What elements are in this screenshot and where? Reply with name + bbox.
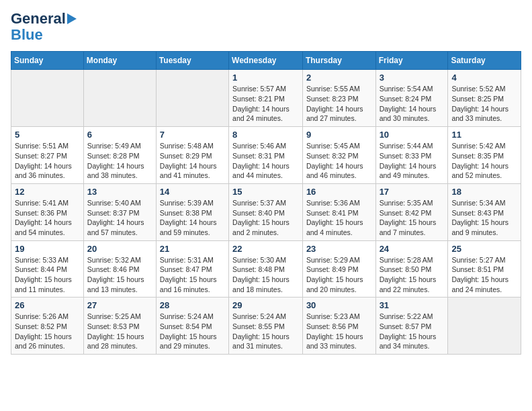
weekday-header-wednesday: Wednesday [229,52,303,70]
day-number: 26 [15,300,80,310]
day-number: 21 [160,244,225,254]
day-number: 22 [232,244,299,254]
day-number: 5 [15,130,80,140]
calendar-cell: 30Sunrise: 5:23 AM Sunset: 8:56 PM Dayli… [302,298,375,355]
logo-arrow-icon [67,13,77,24]
weekday-header-saturday: Saturday [448,52,521,70]
day-info: Sunrise: 5:22 AM Sunset: 8:57 PM Dayligh… [380,312,445,351]
day-info: Sunrise: 5:40 AM Sunset: 8:37 PM Dayligh… [87,198,152,238]
logo-text-general: General [11,11,66,27]
calendar-cell: 2Sunrise: 5:55 AM Sunset: 8:23 PM Daylig… [302,70,375,127]
calendar-cell: 23Sunrise: 5:29 AM Sunset: 8:49 PM Dayli… [302,240,375,298]
day-number: 16 [306,187,372,197]
logo-text-blue: Blue [11,27,43,43]
day-number: 20 [87,244,152,254]
day-info: Sunrise: 5:32 AM Sunset: 8:46 PM Dayligh… [87,255,152,295]
calendar-cell: 19Sunrise: 5:33 AM Sunset: 8:44 PM Dayli… [11,240,84,298]
day-number: 2 [306,73,372,83]
calendar-cell: 7Sunrise: 5:48 AM Sunset: 8:29 PM Daylig… [156,127,228,184]
day-info: Sunrise: 5:36 AM Sunset: 8:41 PM Dayligh… [306,198,372,238]
day-number: 7 [160,130,225,140]
day-info: Sunrise: 5:52 AM Sunset: 8:25 PM Dayligh… [451,84,517,124]
weekday-header-thursday: Thursday [302,52,375,70]
calendar-table: SundayMondayTuesdayWednesdayThursdayFrid… [11,51,521,355]
calendar-cell: 25Sunrise: 5:27 AM Sunset: 8:51 PM Dayli… [448,240,521,298]
calendar-cell [83,70,156,127]
day-info: Sunrise: 5:41 AM Sunset: 8:36 PM Dayligh… [15,198,80,238]
day-number: 6 [87,130,152,140]
day-info: Sunrise: 5:24 AM Sunset: 8:54 PM Dayligh… [160,312,225,351]
day-info: Sunrise: 5:33 AM Sunset: 8:44 PM Dayligh… [15,255,80,295]
day-number: 28 [160,300,225,310]
day-info: Sunrise: 5:42 AM Sunset: 8:35 PM Dayligh… [451,141,517,181]
calendar-cell: 17Sunrise: 5:35 AM Sunset: 8:42 PM Dayli… [375,183,448,240]
day-number: 23 [306,244,372,254]
day-info: Sunrise: 5:51 AM Sunset: 8:27 PM Dayligh… [15,141,80,181]
weekday-header-friday: Friday [375,52,448,70]
day-number: 15 [232,187,299,197]
calendar-cell: 15Sunrise: 5:37 AM Sunset: 8:40 PM Dayli… [229,183,303,240]
calendar-cell: 21Sunrise: 5:31 AM Sunset: 8:47 PM Dayli… [156,240,228,298]
calendar-cell: 29Sunrise: 5:24 AM Sunset: 8:55 PM Dayli… [229,298,303,355]
calendar-cell [156,70,228,127]
calendar-cell [11,70,84,127]
calendar-cell: 3Sunrise: 5:54 AM Sunset: 8:24 PM Daylig… [375,70,448,127]
day-info: Sunrise: 5:57 AM Sunset: 8:21 PM Dayligh… [232,84,299,124]
day-info: Sunrise: 5:54 AM Sunset: 8:24 PM Dayligh… [380,84,445,124]
day-number: 4 [451,73,517,83]
calendar-cell [448,298,521,355]
day-info: Sunrise: 5:46 AM Sunset: 8:31 PM Dayligh… [232,141,299,181]
day-number: 27 [87,300,152,310]
day-info: Sunrise: 5:49 AM Sunset: 8:28 PM Dayligh… [87,141,152,181]
calendar-cell: 24Sunrise: 5:28 AM Sunset: 8:50 PM Dayli… [375,240,448,298]
day-info: Sunrise: 5:37 AM Sunset: 8:40 PM Dayligh… [232,198,299,238]
day-info: Sunrise: 5:44 AM Sunset: 8:33 PM Dayligh… [380,141,445,181]
day-info: Sunrise: 5:28 AM Sunset: 8:50 PM Dayligh… [380,255,445,295]
day-info: Sunrise: 5:45 AM Sunset: 8:32 PM Dayligh… [306,141,372,181]
day-number: 17 [380,187,445,197]
calendar-cell: 26Sunrise: 5:26 AM Sunset: 8:52 PM Dayli… [11,298,84,355]
calendar-cell: 13Sunrise: 5:40 AM Sunset: 8:37 PM Dayli… [83,183,156,240]
day-number: 29 [232,300,299,310]
calendar-cell: 5Sunrise: 5:51 AM Sunset: 8:27 PM Daylig… [11,127,84,184]
calendar-cell: 14Sunrise: 5:39 AM Sunset: 8:38 PM Dayli… [156,183,228,240]
day-number: 19 [15,244,80,254]
weekday-header-sunday: Sunday [11,52,84,70]
day-number: 11 [451,130,517,140]
calendar-week-5: 26Sunrise: 5:26 AM Sunset: 8:52 PM Dayli… [11,298,521,355]
calendar-cell: 10Sunrise: 5:44 AM Sunset: 8:33 PM Dayli… [375,127,448,184]
day-number: 25 [451,244,517,254]
day-number: 12 [15,187,80,197]
day-info: Sunrise: 5:27 AM Sunset: 8:51 PM Dayligh… [451,255,517,295]
calendar-cell: 9Sunrise: 5:45 AM Sunset: 8:32 PM Daylig… [302,127,375,184]
day-number: 24 [380,244,445,254]
day-number: 1 [232,73,299,83]
weekday-header-monday: Monday [83,52,156,70]
day-info: Sunrise: 5:26 AM Sunset: 8:52 PM Dayligh… [15,312,80,351]
calendar-header-row: SundayMondayTuesdayWednesdayThursdayFrid… [11,52,521,70]
calendar-cell: 4Sunrise: 5:52 AM Sunset: 8:25 PM Daylig… [448,70,521,127]
day-number: 31 [380,300,445,310]
calendar-cell: 27Sunrise: 5:25 AM Sunset: 8:53 PM Dayli… [83,298,156,355]
day-info: Sunrise: 5:34 AM Sunset: 8:43 PM Dayligh… [451,198,517,238]
day-number: 30 [306,300,372,310]
day-number: 14 [160,187,225,197]
calendar-cell: 22Sunrise: 5:30 AM Sunset: 8:48 PM Dayli… [229,240,303,298]
calendar-cell: 6Sunrise: 5:49 AM Sunset: 8:28 PM Daylig… [83,127,156,184]
day-info: Sunrise: 5:48 AM Sunset: 8:29 PM Dayligh… [160,141,225,181]
day-number: 3 [380,73,445,83]
calendar-cell: 11Sunrise: 5:42 AM Sunset: 8:35 PM Dayli… [448,127,521,184]
calendar-cell: 12Sunrise: 5:41 AM Sunset: 8:36 PM Dayli… [11,183,84,240]
calendar-week-3: 12Sunrise: 5:41 AM Sunset: 8:36 PM Dayli… [11,183,521,240]
weekday-header-tuesday: Tuesday [156,52,228,70]
day-number: 10 [380,130,445,140]
calendar-week-2: 5Sunrise: 5:51 AM Sunset: 8:27 PM Daylig… [11,127,521,184]
page-header: General Blue [11,11,521,43]
logo: General Blue [11,11,77,43]
day-info: Sunrise: 5:35 AM Sunset: 8:42 PM Dayligh… [380,198,445,238]
calendar-cell: 28Sunrise: 5:24 AM Sunset: 8:54 PM Dayli… [156,298,228,355]
calendar-week-4: 19Sunrise: 5:33 AM Sunset: 8:44 PM Dayli… [11,240,521,298]
day-info: Sunrise: 5:30 AM Sunset: 8:48 PM Dayligh… [232,255,299,295]
day-info: Sunrise: 5:24 AM Sunset: 8:55 PM Dayligh… [232,312,299,351]
day-number: 8 [232,130,299,140]
